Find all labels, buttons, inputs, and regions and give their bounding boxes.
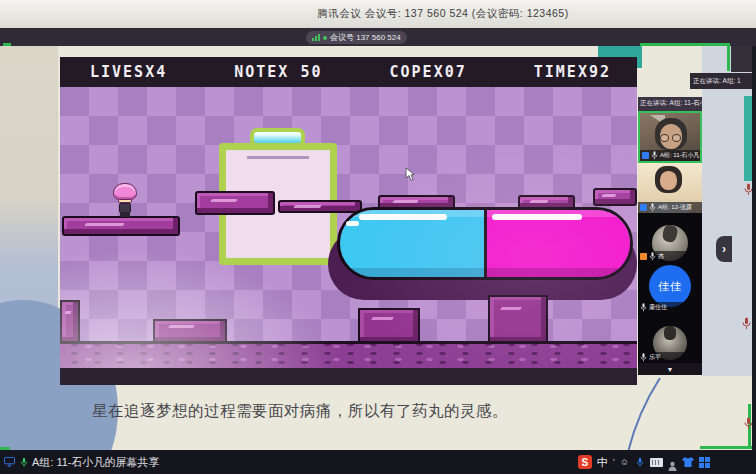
participant-name: A组: 11-石小凡	[660, 151, 700, 160]
connection-badge-label: 会议号 137 560 524	[330, 32, 401, 43]
hud-time: TIMEX92	[534, 63, 611, 81]
system-tray: S 中 ’ ☺	[578, 450, 710, 474]
input-language-indicator[interactable]: 中	[597, 455, 608, 470]
pill-right-half	[487, 210, 631, 277]
ground-block	[60, 300, 80, 343]
participant-name: 乐平	[649, 353, 661, 362]
voice-input-icon[interactable]	[634, 457, 645, 468]
pill-highlight	[359, 214, 447, 220]
speaking-now-overlay: 正在讲话: A组: 1	[690, 73, 756, 89]
sidebar-collapse-handle[interactable]: ›	[716, 236, 732, 262]
participant-video-5[interactable]: 乐平	[638, 313, 702, 363]
game-scene	[60, 87, 637, 368]
participant-name: A组: 12-张露	[658, 203, 692, 212]
signal-bars-icon	[312, 34, 320, 41]
member-icon	[640, 253, 647, 260]
share-border-segment	[700, 446, 752, 449]
taskbar: A组: 11-石小凡的屏幕共享 S 中 ’ ☺	[0, 450, 756, 474]
participant-video-2[interactable]: A组: 12-张露	[638, 163, 702, 213]
share-status-text: A组: 11-石小凡的屏幕共享	[32, 455, 160, 470]
mic-icon	[649, 203, 656, 212]
soft-keyboard-icon[interactable]	[650, 458, 663, 467]
ground	[60, 341, 637, 368]
share-border-segment	[640, 43, 730, 46]
participant-video-1[interactable]: A组: 11-石小凡	[638, 111, 702, 163]
share-border-segment	[3, 43, 11, 46]
skin-icon[interactable]	[682, 457, 694, 467]
connection-badge[interactable]: 会议号 137 560 524	[306, 31, 407, 44]
hud-lives: LIVESX4	[90, 63, 167, 81]
screen-share-icon	[4, 457, 15, 468]
screen-bezel	[752, 46, 756, 474]
meeting-title-bar: 腾讯会议 会议号: 137 560 524 (会议密码: 123465)	[0, 0, 756, 28]
character-hair	[113, 183, 137, 200]
participant-video-4[interactable]: 佳佳 康佳佳	[638, 262, 702, 313]
meeting-window: 腾讯会议 会议号: 137 560 524 (会议密码: 123465) 会议号…	[0, 0, 756, 474]
pill-left-half	[340, 210, 484, 277]
mic-icon	[651, 151, 658, 160]
chevron-right-icon: ›	[722, 242, 726, 256]
mouse-cursor-icon	[405, 167, 416, 186]
game-bottom-bar	[60, 368, 637, 385]
hud-copies: COPEX07	[390, 63, 467, 81]
glasses-icon	[672, 134, 681, 142]
ground-block	[153, 319, 227, 343]
character-legs	[120, 212, 130, 217]
player-character	[113, 183, 137, 218]
slide-caption: 星在追逐梦想的过程需要面对病痛，所以有了药丸的灵感。	[92, 401, 572, 422]
pill-highlight	[492, 214, 582, 220]
hud-notes: NOTEX 50	[234, 63, 322, 81]
glasses-icon	[660, 134, 669, 142]
clipboard-shadow-line	[247, 156, 309, 159]
share-status-area: A组: 11-石小凡的屏幕共享	[0, 455, 160, 470]
game-hud-bar: LIVESX4 NOTEX 50 COPEX07 TIMEX92	[60, 57, 637, 87]
mic-icon	[649, 252, 656, 261]
platform	[195, 191, 275, 215]
avatar-initials: 佳佳	[649, 265, 691, 307]
participant-2-face	[660, 171, 677, 190]
edge-mic-icon	[741, 316, 752, 329]
mic-icon	[18, 457, 29, 468]
platform	[278, 200, 362, 213]
mic-icon	[640, 303, 647, 312]
speaking-now-label: 正在讲话: A组: 11-石小凡	[638, 97, 702, 111]
toolbox-icon[interactable]	[668, 457, 677, 467]
ground-block	[488, 295, 548, 343]
slide-decor-arc	[624, 378, 664, 456]
pill-highlight	[346, 221, 359, 226]
sidebar-scroll-down[interactable]: ▼	[638, 363, 702, 375]
participant-video-3[interactable]: 杰	[638, 213, 702, 263]
ground-block	[358, 308, 420, 343]
participant-name: 杰	[658, 252, 664, 261]
clipboard-clip	[250, 128, 305, 147]
sogou-input-icon[interactable]: S	[578, 455, 592, 469]
shared-game-screen: LIVESX4 NOTEX 50 COPEX07 TIMEX92	[60, 57, 637, 385]
share-border-segment	[727, 43, 730, 71]
member-icon	[640, 204, 647, 211]
status-dot-icon	[323, 36, 327, 40]
punctuation-indicator[interactable]: ’	[613, 457, 615, 467]
participants-sidebar: 正在讲话: A组: 11-石小凡 A组: 11-石小凡 A组: 12-张露	[638, 97, 702, 375]
emoji-panel-icon[interactable]: ☺	[620, 457, 629, 467]
mic-icon	[640, 353, 647, 362]
platform	[62, 216, 180, 236]
hand-raise-icon	[642, 152, 649, 159]
app-grid-icon[interactable]	[699, 457, 710, 468]
scroll-down-icon: ▼	[667, 366, 674, 373]
platform	[593, 188, 637, 206]
meeting-title-text: 腾讯会议 会议号: 137 560 524 (会议密码: 123465)	[317, 7, 568, 21]
participant-name: 康佳佳	[649, 303, 667, 312]
